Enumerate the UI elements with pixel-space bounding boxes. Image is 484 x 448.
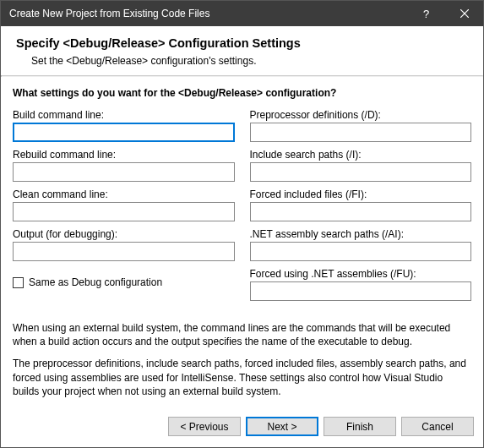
include-input[interactable] xyxy=(250,162,472,182)
wizard-footer: < Previous Next > Finish Cancel xyxy=(0,408,484,448)
description-p1: When using an external build system, the… xyxy=(13,321,471,348)
asmsearch-label: .NET assembly search paths (/AI): xyxy=(250,228,472,240)
same-as-debug-checkbox[interactable] xyxy=(13,277,24,288)
description-p2: The preprocessor definitions, include se… xyxy=(13,357,471,398)
close-icon xyxy=(460,9,469,18)
previous-button[interactable]: < Previous xyxy=(168,417,241,436)
close-button[interactable] xyxy=(445,1,483,26)
preproc-label: Preprocessor definitions (/D): xyxy=(250,109,472,121)
wizard-header: Specify <Debug/Release> Configuration Se… xyxy=(1,26,483,75)
rebuild-cmd-label: Rebuild command line: xyxy=(13,149,235,161)
forcedusing-input[interactable] xyxy=(250,281,472,301)
preproc-input[interactable] xyxy=(250,123,472,142)
question-label: What settings do you want for the <Debug… xyxy=(13,87,471,99)
asmsearch-input[interactable] xyxy=(250,242,472,261)
right-column: Preprocessor definitions (/D): Include s… xyxy=(250,109,472,308)
page-title: Specify <Debug/Release> Configuration Se… xyxy=(16,36,468,50)
clean-cmd-input[interactable] xyxy=(13,202,235,221)
description-text: When using an external build system, the… xyxy=(13,321,471,398)
forcedinc-label: Forced included files (/FI): xyxy=(250,188,472,200)
rebuild-cmd-input[interactable] xyxy=(13,162,235,182)
forcedinc-input[interactable] xyxy=(250,202,472,221)
build-cmd-label: Build command line: xyxy=(13,109,235,121)
same-as-debug-label: Same as Debug configuration xyxy=(29,276,162,288)
output-input[interactable] xyxy=(13,242,235,261)
include-label: Include search paths (/I): xyxy=(250,149,472,161)
cancel-button[interactable]: Cancel xyxy=(401,417,474,436)
help-button[interactable]: ? xyxy=(407,1,445,26)
window-titlebar: Create New Project from Existing Code Fi… xyxy=(1,1,483,26)
clean-cmd-label: Clean command line: xyxy=(13,188,235,200)
finish-button[interactable]: Finish xyxy=(324,417,396,436)
left-column: Build command line: Rebuild command line… xyxy=(13,109,235,308)
forcedusing-label: Forced using .NET assemblies (/FU): xyxy=(250,268,472,280)
next-button[interactable]: Next > xyxy=(246,417,318,436)
window-title: Create New Project from Existing Code Fi… xyxy=(9,8,407,19)
page-subtitle: Set the <Debug/Release> configuration's … xyxy=(31,55,468,67)
output-label: Output (for debugging): xyxy=(13,228,235,240)
content-area: What settings do you want for the <Debug… xyxy=(1,77,483,398)
build-cmd-input[interactable] xyxy=(13,123,235,142)
